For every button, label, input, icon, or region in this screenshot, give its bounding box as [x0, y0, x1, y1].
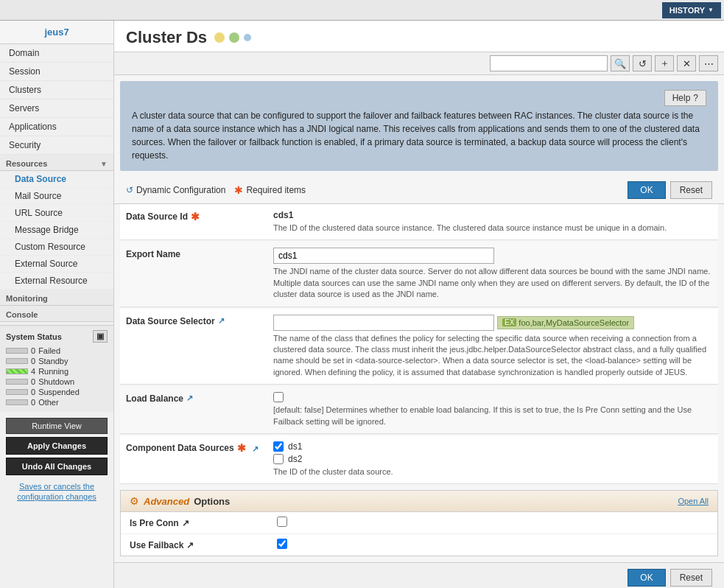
sidebar-item-data-source[interactable]: Data Source	[0, 171, 113, 188]
more-button[interactable]: ⋯	[699, 55, 718, 71]
datasource-id-required: ✱	[191, 211, 200, 222]
sidebar-item-session[interactable]: Session	[0, 63, 113, 81]
apply-changes-button[interactable]: Apply Changes	[6, 437, 108, 455]
app-wrapper: HISTORY ▼ jeus7 Domain Session Clusters …	[0, 0, 724, 588]
comp-checkbox-ds1[interactable]	[273, 441, 284, 452]
export-name-value: The JNDI name of the cluster data source…	[273, 248, 712, 300]
history-label: HISTORY	[669, 6, 705, 15]
main-content: Cluster Ds 🔍 ↺ ＋ ✕ ⋯ He	[114, 21, 724, 588]
help-button[interactable]: Help ?	[664, 90, 706, 106]
datasource-selector-example: EX foo,bar,MyDataSourceSelector	[497, 316, 634, 329]
datasource-id-text: cds1	[273, 210, 712, 220]
use-failback-value	[277, 539, 709, 551]
advanced-icon: ⚙	[130, 495, 139, 507]
dynamic-config[interactable]: ↺ Dynamic Configuration	[126, 185, 225, 195]
form-row-load-balance: Load Balance ↗ [default: false] Determin…	[120, 386, 718, 434]
use-failback-link-icon[interactable]: ↗	[186, 540, 194, 550]
page-description: A cluster data source that can be config…	[132, 111, 700, 161]
advanced-row-is-pre-conn: Is Pre Conn ↗	[121, 512, 717, 534]
sidebar-item-external-source[interactable]: External Source	[0, 256, 113, 273]
page-title: Cluster Ds	[126, 28, 207, 47]
sidebar-console-section[interactable]: Console	[0, 306, 113, 322]
status-bar-shutdown	[6, 379, 28, 385]
system-status-icon[interactable]: ▣	[93, 330, 108, 343]
config-bar-left: ↺ Dynamic Configuration ✱ Required items	[126, 184, 306, 196]
reset-button-top[interactable]: Reset	[670, 181, 712, 199]
sidebar-item-clusters[interactable]: Clusters	[0, 81, 113, 99]
comp-item-ds2: ds2	[273, 454, 712, 464]
form-row-component-datasources: Component Data Sources ✱ ↗ ds1	[120, 435, 718, 484]
load-balance-checkbox[interactable]	[273, 392, 284, 402]
config-bar-right: OK Reset	[628, 181, 712, 199]
sidebar-item-domain[interactable]: Domain	[0, 44, 113, 63]
form-row-datasource-id: Data Source Id ✱ cds1 The ID of the clus…	[120, 204, 718, 240]
sidebar-item-url-source[interactable]: URL Source	[0, 205, 113, 222]
export-name-input[interactable]	[273, 248, 494, 264]
datasource-selector-label: Data Source Selector ↗	[126, 315, 273, 379]
sidebar-item-message-bridge[interactable]: Message Bridge	[0, 222, 113, 239]
datasource-selector-value: EX foo,bar,MyDataSourceSelector The name…	[273, 315, 712, 379]
status-dot-yellow	[214, 32, 225, 43]
undo-all-changes-button[interactable]: Undo All Changes	[6, 458, 108, 475]
dynamic-config-icon: ↺	[126, 185, 133, 195]
datasource-id-label: Data Source Id ✱	[126, 210, 273, 234]
save-cancel-link[interactable]: Saves or cancels the configuration chang…	[6, 478, 108, 505]
reset-button-bottom[interactable]: Reset	[670, 569, 712, 587]
sidebar-item-mail-source[interactable]: Mail Source	[0, 188, 113, 205]
sidebar-item-security[interactable]: Security	[0, 136, 113, 155]
status-bar-standby	[6, 358, 28, 364]
advanced-title: ⚙ Advanced Options	[130, 495, 230, 507]
advanced-header: ⚙ Advanced Options Open All	[121, 491, 717, 512]
sidebar-item-applications[interactable]: Applications	[0, 118, 113, 136]
toolbar-search-input[interactable]	[490, 55, 608, 71]
use-failback-label: Use Failback ↗	[130, 540, 277, 550]
search-button[interactable]: 🔍	[611, 55, 630, 71]
add-button[interactable]: ＋	[655, 55, 674, 71]
is-pre-conn-link-icon[interactable]: ↗	[182, 518, 189, 528]
comp-checkbox-ds2[interactable]	[273, 454, 284, 464]
bottom-bar: OK Reset	[114, 562, 724, 588]
comp-item-ds1: ds1	[273, 441, 712, 452]
status-bar-failed	[6, 348, 28, 354]
sidebar: jeus7 Domain Session Clusters Servers Ap…	[0, 21, 114, 588]
status-row-standby: 0 Standby	[6, 356, 108, 366]
ok-button-bottom[interactable]: OK	[628, 569, 665, 587]
sidebar-monitoring-section[interactable]: Monitoring	[0, 290, 113, 306]
form-row-export-name: Export Name The JNDI name of the cluster…	[120, 242, 718, 307]
datasource-selector-input[interactable]	[273, 315, 494, 331]
load-balance-link-icon[interactable]: ↗	[186, 393, 193, 403]
status-dot-blue	[244, 34, 251, 41]
status-dot-green	[229, 32, 239, 43]
page-header: Cluster Ds	[114, 21, 724, 52]
refresh-button[interactable]: ↺	[633, 55, 652, 71]
status-row-other: 0 Other	[6, 397, 108, 407]
use-failback-checkbox[interactable]	[277, 539, 287, 549]
open-all-link[interactable]: Open All	[678, 497, 709, 505]
delete-button[interactable]: ✕	[677, 55, 696, 71]
status-row-running: 4 Running	[6, 366, 108, 377]
is-pre-conn-label: Is Pre Conn ↗	[130, 518, 277, 528]
sidebar-item-custom-resource[interactable]: Custom Resource	[0, 239, 113, 256]
component-datasources-required: ✱	[237, 443, 246, 453]
sidebar-resources-section[interactable]: Resources ▼	[0, 155, 113, 171]
status-row-suspended: 0 Suspended	[6, 387, 108, 397]
is-pre-conn-checkbox[interactable]	[277, 517, 287, 527]
datasource-selector-desc: The name of the class that defines the p…	[273, 333, 712, 379]
load-balance-label: Load Balance ↗	[126, 392, 273, 427]
datasource-selector-link-icon[interactable]: ↗	[218, 316, 225, 326]
is-pre-conn-value	[277, 517, 709, 529]
required-items: ✱ Required items	[234, 184, 306, 196]
runtime-view-button[interactable]: Runtime View	[6, 418, 108, 434]
form-row-datasource-selector: Data Source Selector ↗ EX foo,bar,MyData…	[120, 309, 718, 385]
history-button[interactable]: HISTORY ▼	[662, 2, 721, 18]
status-row-failed: 0 Failed	[6, 346, 108, 356]
system-status-panel: System Status ▣ 0 Failed 0 Standby 4 Run…	[0, 325, 113, 412]
form-area: Data Source Id ✱ cds1 The ID of the clus…	[114, 204, 724, 484]
sidebar-item-servers[interactable]: Servers	[0, 99, 113, 118]
sidebar-item-external-resource[interactable]: External Resource	[0, 273, 113, 290]
history-dropdown-arrow: ▼	[708, 7, 714, 13]
required-asterisk: ✱	[234, 184, 243, 196]
ok-button-top[interactable]: OK	[628, 181, 665, 199]
component-datasources-link-icon[interactable]: ↗	[252, 444, 259, 454]
component-datasources-desc: The ID of the cluster data source.	[273, 466, 712, 477]
